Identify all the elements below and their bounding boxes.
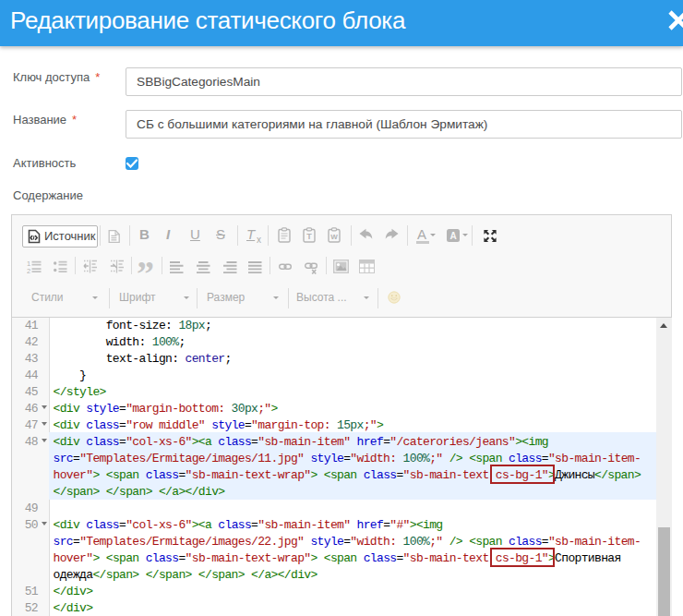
svg-text:T: T (306, 232, 312, 241)
svg-text:2: 2 (27, 267, 30, 273)
svg-text:A: A (449, 231, 456, 241)
svg-text:W: W (330, 233, 338, 241)
